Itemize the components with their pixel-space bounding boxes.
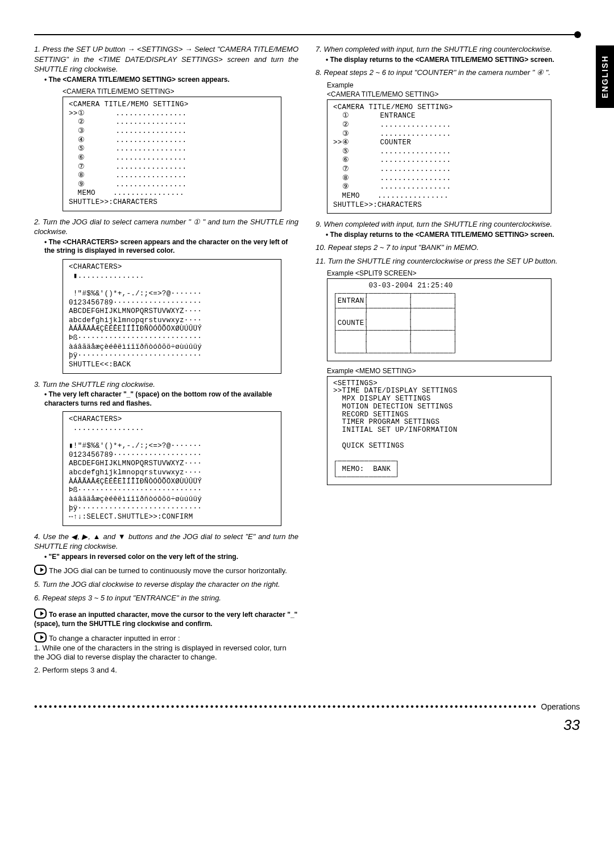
- note-jog-text: The JOG dial can be turned to continuous…: [49, 566, 287, 575]
- screen-camera-title-2: <CAMERA TITLE/MEMO SETTING> ① ENTRANCE ②…: [327, 99, 551, 214]
- step-11: 11. Turn the SHUTTLE ring counterclockwi…: [316, 256, 580, 266]
- step-9-bullet: • The display returns to the <CAMERA TIT…: [326, 231, 580, 240]
- step-3: 3. Turn the SHUTTLE ring clockwise.: [34, 379, 298, 390]
- footer-ops: Operations: [541, 702, 580, 711]
- step-10: 10. Repeat steps 2 ~ 7 to input "BANK" i…: [316, 243, 580, 253]
- note-change-2: 2. Perform steps 3 and 4.: [34, 666, 298, 675]
- note-jog: The JOG dial can be turned to continuous…: [34, 565, 298, 576]
- note-erase: To erase an inputted character, move the…: [34, 608, 298, 628]
- step-8: 8. Repeat steps 2 ~ 6 to input "COUNTER"…: [316, 68, 580, 78]
- step-4-bullet: • "E" appears in reversed color on the v…: [44, 553, 298, 562]
- footer: Operations 33: [34, 702, 580, 734]
- page-number: 33: [34, 716, 580, 734]
- screen-characters-1: <CHARACTERS> ▮............... !"#$%&'()*…: [63, 259, 281, 374]
- left-column: 1. Press the SET UP button → <SETTINGS> …: [34, 41, 298, 679]
- step-7: 7. When completed with input, turn the S…: [316, 44, 580, 55]
- note-icon: [34, 608, 47, 619]
- note-change-1: 1. While one of the characters in the st…: [34, 644, 287, 662]
- screenR1-label: <CAMERA TITLE/MEMO SETTING>: [327, 90, 580, 98]
- step-2: 2. Turn the JOG dial to select camera nu…: [34, 217, 298, 237]
- step-5: 5. Turn the JOG dial clockwise to revers…: [34, 579, 298, 590]
- step-6: 6. Repeat steps 3 ~ 5 to input "ENTRANCE…: [34, 593, 298, 603]
- screenR2-label: Example <SPLIT9 SCREEN>: [327, 269, 580, 277]
- step-2-bullet: • The <CHARACTERS> screen appears and th…: [44, 238, 298, 256]
- step-1-bullet: • The <CAMERA TITLE/MEMO SETTING> screen…: [44, 76, 298, 85]
- screen-split9: 03-03-2004 21:25:40 ┌──────┬─────────┬──…: [327, 278, 551, 361]
- note-change: To change a character inputted in error …: [34, 632, 298, 663]
- screen1-label: <CAMERA TITLE/MEMO SETTING>: [63, 87, 298, 95]
- right-column: 7. When completed with input, turn the S…: [316, 41, 580, 679]
- footer-dots: [34, 702, 538, 712]
- step-7-bullet: • The display returns to the <CAMERA TIT…: [326, 56, 580, 65]
- note-change-title: To change a character inputted in error …: [49, 634, 180, 642]
- step-4: 4. Use the ◀, ▶, ▲ and ▼ buttons and the…: [34, 532, 298, 552]
- note-icon: [34, 632, 47, 642]
- screen-characters-2: <CHARACTERS> ................ ▮!"#$%&'()…: [63, 411, 281, 526]
- step-9: 9. When completed with input, turn the S…: [316, 219, 580, 229]
- note-erase-text: To erase an inputted character, move the…: [34, 611, 297, 628]
- top-rule: [34, 34, 580, 35]
- screenR3-label: Example <MEMO SETTING>: [327, 367, 580, 375]
- language-tab: ENGLISH: [596, 45, 614, 108]
- step-3-bullet: • The very left character "_" (space) on…: [44, 390, 298, 408]
- step-1: 1. Press the SET UP button → <SETTINGS> …: [34, 44, 298, 74]
- screen-camera-title: <CAMERA TITLE/MEMO SETTING> >>① ........…: [63, 97, 281, 211]
- example-label-1: Example: [327, 81, 580, 89]
- screen-memo-setting: <SETTINGS> >>TIME DATE/DISPLAY SETTINGS …: [327, 376, 551, 486]
- note-icon: [34, 565, 47, 575]
